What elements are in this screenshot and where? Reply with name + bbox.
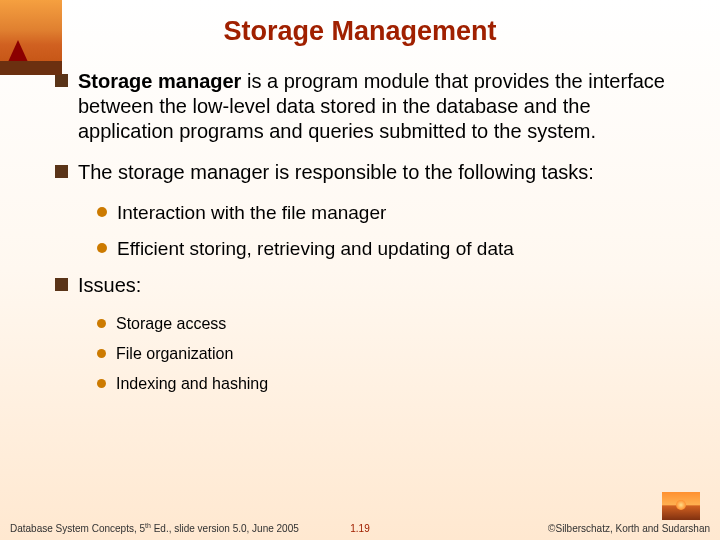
sub-item: Interaction with the file manager — [97, 201, 690, 225]
round-bullet-icon — [97, 207, 107, 217]
sub-item: Efficient storing, retrieving and updati… — [97, 237, 690, 261]
footer-copyright: ©Silberschatz, Korth and Sudarshan — [370, 523, 710, 534]
sub-text: Indexing and hashing — [116, 374, 268, 394]
sub-text: Storage access — [116, 314, 226, 334]
round-bullet-icon — [97, 379, 106, 388]
sub-text: File organization — [116, 344, 233, 364]
square-bullet-icon — [55, 165, 68, 178]
sub-text: Interaction with the file manager — [117, 201, 386, 225]
corner-sailboat-image — [0, 0, 62, 75]
bullet-item: The storage manager is responsible to th… — [55, 160, 690, 185]
footer-sunset-image — [662, 492, 700, 520]
square-bullet-icon — [55, 74, 68, 87]
footer-left: Database System Concepts, 5th Ed., slide… — [10, 522, 350, 534]
footer-left-pre: Database System Concepts, 5 — [10, 523, 145, 534]
bullet-text: The storage manager is responsible to th… — [78, 160, 594, 185]
round-bullet-icon — [97, 319, 106, 328]
round-bullet-icon — [97, 243, 107, 253]
bullet-text: Issues: — [78, 273, 141, 298]
sub-item: Storage access — [97, 314, 690, 334]
bullet-text: Storage manager is a program module that… — [78, 69, 690, 144]
footer-slide-number: 1.19 — [350, 523, 369, 534]
bullet-bold-lead: Storage manager — [78, 70, 241, 92]
sub-text: Efficient storing, retrieving and updati… — [117, 237, 514, 261]
footer-left-post: Ed., slide version 5.0, June 2005 — [151, 523, 299, 534]
sub-list: Storage access File organization Indexin… — [97, 314, 690, 394]
sub-item: File organization — [97, 344, 690, 364]
square-bullet-icon — [55, 278, 68, 291]
round-bullet-icon — [97, 349, 106, 358]
bullet-item: Storage manager is a program module that… — [55, 69, 690, 144]
slide-title: Storage Management — [0, 0, 720, 69]
slide-footer: Database System Concepts, 5th Ed., slide… — [0, 522, 720, 534]
sub-item: Indexing and hashing — [97, 374, 690, 394]
bullet-item: Issues: — [55, 273, 690, 298]
sub-list: Interaction with the file manager Effici… — [97, 201, 690, 261]
slide-content: Storage manager is a program module that… — [0, 69, 720, 394]
